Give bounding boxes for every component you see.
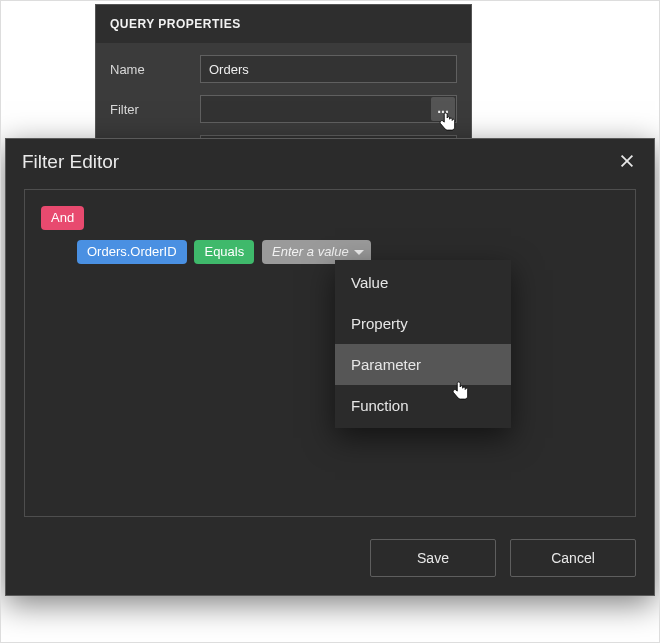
dropdown-item-value[interactable]: Value: [335, 262, 511, 303]
qp-name-input[interactable]: [200, 55, 457, 83]
qp-filter-label: Filter: [110, 102, 200, 117]
qp-name-label: Name: [110, 62, 200, 77]
filter-editor-buttons: Save Cancel: [6, 529, 654, 595]
filter-condition-row: Orders.OrderID Equals Enter a value: [41, 240, 619, 264]
field-pill[interactable]: Orders.OrderID: [77, 240, 187, 264]
filter-editor-body: And Orders.OrderID Equals Enter a value …: [24, 189, 636, 517]
group-operator-pill[interactable]: And: [41, 206, 84, 230]
value-pill-label: Enter a value: [272, 244, 349, 259]
qp-filter-ellipsis-button[interactable]: ...: [431, 97, 455, 121]
qp-name-input-wrap: [200, 55, 457, 83]
qp-row-name: Name: [110, 55, 457, 83]
filter-row-group: And: [41, 206, 619, 230]
dropdown-item-property[interactable]: Property: [335, 303, 511, 344]
filter-editor-titlebar: Filter Editor: [6, 139, 654, 183]
cancel-button[interactable]: Cancel: [510, 539, 636, 577]
chevron-down-icon: [354, 250, 364, 255]
qp-filter-input[interactable]: [200, 95, 457, 123]
qp-row-filter: Filter ...: [110, 95, 457, 123]
filter-editor-title: Filter Editor: [22, 151, 119, 173]
qp-filter-input-wrap: ...: [200, 95, 457, 123]
dropdown-item-function[interactable]: Function: [335, 385, 511, 426]
dropdown-item-parameter[interactable]: Parameter: [335, 344, 511, 385]
value-type-dropdown: Value Property Parameter Function: [335, 260, 511, 428]
query-properties-header: QUERY PROPERTIES: [96, 5, 471, 43]
close-icon[interactable]: [618, 152, 638, 172]
save-button[interactable]: Save: [370, 539, 496, 577]
operator-pill[interactable]: Equals: [194, 240, 254, 264]
filter-editor-popup: Filter Editor And Orders.OrderID Equals …: [5, 138, 655, 596]
